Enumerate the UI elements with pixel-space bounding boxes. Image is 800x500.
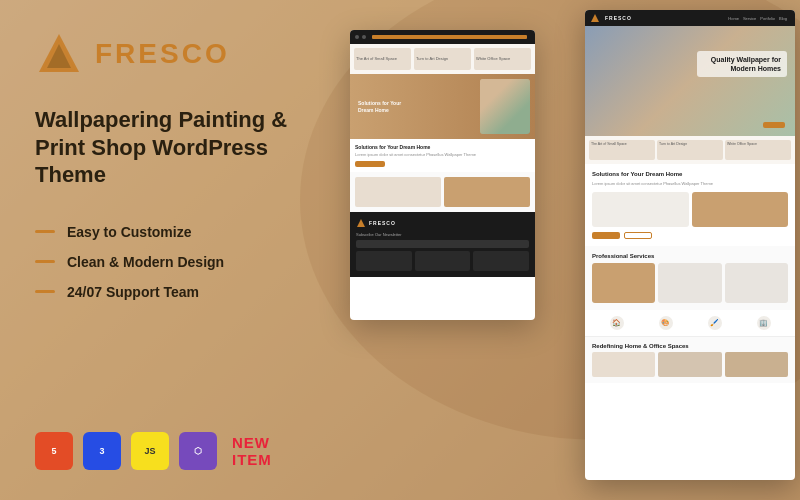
right-btn-primary: [592, 232, 620, 239]
badge-js: JS: [131, 432, 169, 470]
right-footer-title: Redefining Home & Office Spaces: [592, 343, 788, 349]
right-nav-links: Home Service Portfolio Blog: [635, 16, 790, 21]
mini-input-field: [356, 240, 529, 248]
feature-item-3: 24/07 Support Team: [35, 284, 305, 300]
feature-dash-3: [35, 290, 55, 293]
right-icon-office: 🏢: [757, 316, 771, 330]
mini-footer-cols: [356, 251, 529, 271]
mini-dark-footer: FRESCO Subscribe Our Newsletter: [350, 212, 535, 277]
right-icon-brush: 🖌️: [708, 316, 722, 330]
mini-cards-section: [350, 172, 535, 212]
badges-row: 5 3 JS ⬡ NEW ITEM: [35, 422, 305, 470]
mini-logo-text: FRESCO: [369, 220, 396, 226]
brand-name: FRESCO: [95, 38, 230, 70]
right-img-card-2: [692, 192, 789, 227]
office-icon: 🏢: [757, 316, 771, 330]
mini-col-2: [415, 251, 471, 271]
right-icon-home: 🏠: [610, 316, 624, 330]
mini-hero-text: Solutions for YourDream Home: [358, 100, 401, 114]
mini-nav-left: [350, 30, 535, 44]
right-img-card-1: [592, 192, 689, 227]
right-solutions-desc: Lorem ipsum dolor sit amet consectetur P…: [592, 181, 788, 187]
right-panel: The Art of Small Space Turn to Art Desig…: [340, 0, 800, 500]
mini-subscribe-text: Subscribe Our Newsletter: [356, 232, 529, 237]
right-top-cards: The Art of Small Space Turn to Art Desig…: [585, 136, 795, 164]
home-icon: 🏠: [610, 316, 624, 330]
right-footer-cards: [592, 352, 788, 377]
nav-dot-1: [355, 35, 359, 39]
right-card-1: The Art of Small Space: [589, 140, 655, 160]
mini-footer-logo: FRESCO: [356, 218, 529, 228]
nav-dot-2: [362, 35, 366, 39]
mini-section-desc: Lorem ipsum dolor sit amet consectetur P…: [355, 152, 530, 158]
badge-html5: 5: [35, 432, 73, 470]
mini-col-3: [473, 251, 529, 271]
right-hero-text: Quality Wallpaper for Modern Homes: [697, 51, 787, 77]
service-card-3: [725, 263, 788, 303]
mini-top-cards: The Art of Small Space Turn to Art Desig…: [350, 44, 535, 74]
mini-logo-icon: [356, 218, 366, 228]
mini-content-section: Solutions for Your Dream Home Lorem ipsu…: [350, 139, 535, 172]
right-btn-secondary: [624, 232, 652, 239]
feature-item-2: Clean & Modern Design: [35, 254, 305, 270]
service-card-2: [658, 263, 721, 303]
footer-card-3: [725, 352, 788, 377]
fresco-logo-icon: [35, 30, 83, 78]
mini-img-card-2: [444, 177, 530, 207]
right-card-2: Turn to Art Design: [657, 140, 723, 160]
right-services-title: Professional Services: [592, 253, 788, 259]
footer-card-1: [592, 352, 655, 377]
left-panel: FRESCO Wallpapering Painting & Print Sho…: [0, 0, 340, 500]
mockup-right: FRESCO Home Service Portfolio Blog Quali…: [585, 10, 795, 480]
right-mini-logo-icon: [590, 13, 600, 23]
svg-marker-4: [591, 14, 599, 22]
svg-marker-3: [357, 219, 365, 227]
mini-section-title: Solutions for Your Dream Home: [355, 144, 530, 150]
badge-css3: 3: [83, 432, 121, 470]
right-mini-cards: [592, 192, 788, 227]
feature-dash-1: [35, 230, 55, 233]
footer-card-2: [658, 352, 721, 377]
service-card-1: [592, 263, 655, 303]
mini-col-1: [356, 251, 412, 271]
feature-dash-2: [35, 260, 55, 263]
mini-hero-image: [480, 79, 530, 134]
mini-hero-left: Solutions for YourDream Home: [350, 74, 535, 139]
right-solutions-title: Solutions for Your Dream Home: [592, 171, 788, 177]
right-icon-paint: 🎨: [659, 316, 673, 330]
main-container: FRESCO Wallpapering Painting & Print Sho…: [0, 0, 800, 500]
right-hero-btns: [763, 122, 785, 128]
hero-btn-primary: [763, 122, 785, 128]
right-icons-row: 🏠 🎨 🖌️ 🏢: [585, 310, 795, 336]
new-item-label: NEW ITEM: [232, 434, 305, 468]
right-solution-btns: [592, 232, 788, 239]
feature-item-1: Easy to Customize: [35, 224, 305, 240]
right-footer-section: Redefining Home & Office Spaces: [585, 336, 795, 383]
mini-card-3: White Office Space: [474, 48, 531, 70]
nav-bar: [372, 35, 527, 39]
mini-card-row: [355, 177, 530, 207]
right-mini-nav: FRESCO Home Service Portfolio Blog: [585, 10, 795, 26]
features-list: Easy to Customize Clean & Modern Design …: [35, 224, 305, 300]
tagline: Wallpapering Painting & Print Shop WordP…: [35, 106, 295, 189]
right-card-3: White Office Space: [725, 140, 791, 160]
mini-img-card-1: [355, 177, 441, 207]
right-services-section: Professional Services: [585, 246, 795, 310]
paint-icon: 🎨: [659, 316, 673, 330]
mini-card-1: The Art of Small Space: [354, 48, 411, 70]
right-mini-brand: FRESCO: [605, 15, 632, 21]
mockup-left: The Art of Small Space Turn to Art Desig…: [350, 30, 535, 320]
right-hero-bg: [585, 26, 795, 136]
mini-cta-btn: [355, 161, 385, 167]
logo-area: FRESCO: [35, 30, 305, 78]
right-solutions-section: Solutions for Your Dream Home Lorem ipsu…: [585, 164, 795, 246]
mini-card-2: Turn to Art Design: [414, 48, 471, 70]
brush-icon: 🖌️: [708, 316, 722, 330]
right-service-cards: [592, 263, 788, 303]
badge-redux: ⬡: [179, 432, 217, 470]
right-hero: Quality Wallpaper for Modern Homes: [585, 26, 795, 136]
